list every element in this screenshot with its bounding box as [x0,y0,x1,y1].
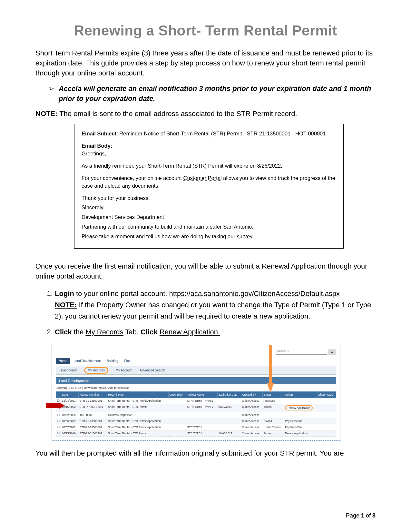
after-screenshot-paragraph: You will then be prompted with all the i… [35,448,376,458]
table-cell [284,412,317,418]
orange-arrow-icon [267,345,274,393]
table-row: ☐11/04/2021STR-21-13500001Short Term Ren… [56,398,336,404]
table-cell: STR-22-13500001 [79,424,107,430]
table-header[interactable]: Project Name [186,392,218,398]
table-cell [317,424,336,430]
table-header[interactable]: Date [61,392,78,398]
table-cell [168,424,186,430]
table-cell: Courtesy Inspection [107,412,168,418]
row-checkbox[interactable]: ☐ [57,432,60,435]
table-header[interactable]: Short Notes [317,392,336,398]
after-email-paragraph: Once you receive the first email notific… [35,261,376,281]
search-go-button[interactable]: Q [328,349,336,355]
main-nav: Home Land Development Building Fire [56,358,336,364]
table-cell: Approved [262,398,284,404]
table-header[interactable]: Record Number [79,392,107,398]
table-cell [168,404,186,412]
table-cell: STR PERMIT TYPE1 [186,404,218,412]
table-cell [218,398,241,404]
table-row: ☐08/05/2022STR-21-13500001Short Term Ren… [56,418,336,424]
table-cell: CitizenAccess [241,412,263,418]
table-cell: 08/22/2022 [61,412,78,418]
table-cell: 08/07/2022 [61,424,78,430]
note-label: NOTE: [35,110,57,118]
table-cell [168,398,186,404]
row-checkbox[interactable]: ☐ [57,413,60,417]
table-cell: CitizenAccess [241,430,263,437]
customer-portal-link[interactable]: Customer Portal [183,175,222,181]
table-header[interactable]: Action [284,392,317,398]
tab-fire[interactable]: Fire [122,358,132,364]
table-cell: ☐ [56,412,61,418]
notification-bullet: ➢ Accela will generate an email notifica… [48,84,376,104]
table-header[interactable]: Expiration Date [218,392,241,398]
table-cell [168,412,186,418]
table-cell: CitizenAccess [241,398,263,404]
page-number: Page 1 of 8 [346,512,376,519]
email-p7: Please take a moment and tell us how we … [82,233,336,241]
step-1: Login to your online portal account. htt… [55,288,376,322]
subtab-advanced-search[interactable]: Advanced Search [136,368,168,373]
table-cell: STR PERMIT TYPE1 [186,398,218,404]
table-header[interactable]: Record Type [107,392,168,398]
my-records-ref: My Records [85,328,123,336]
tab-home[interactable]: Home [56,358,70,364]
table-cell: ☐ [56,418,61,424]
section-header: Land Development [56,377,336,384]
table-row: ☐08/07/2022STR-22-13500001Short Term Ren… [56,424,336,430]
step1-note-text: If the Property Owner has changed or you… [55,301,371,320]
table-cell: STR-21-13500001 [79,398,107,404]
table-header[interactable]: Created By [241,392,263,398]
row-checkbox[interactable]: ☐ [57,399,60,402]
table-cell: Renew Application [284,430,317,437]
email-p3: Thank you for your business. [82,194,336,202]
table-cell: Active [262,430,284,437]
tab-building[interactable]: Building [104,358,121,364]
renew-application-link[interactable]: Renew Application [285,405,313,410]
table-cell: Short Term Rental - STR Permit Applicati… [107,398,168,404]
subtab-my-records[interactable]: My Records [81,368,112,373]
table-cell: Under Review [262,424,284,430]
table-cell: CitizenAccess [241,424,263,430]
row-checkbox[interactable]: ☐ [57,419,60,423]
portal-url[interactable]: https://aca.sanantonio.gov/CitizenAccess… [169,290,340,298]
table-cell: STR TYPE1 [186,424,218,430]
survey-link[interactable]: survey [237,233,252,239]
table-cell: 10/05/2022 [218,430,241,437]
table-row: ☐08/15/2022STR-PP-355-1-001Short Term Re… [56,404,336,412]
table-cell [168,430,186,437]
table-cell: TMP-0001 [79,412,107,418]
table-cell: STR-19-61500207 [79,430,107,437]
table-cell [218,418,241,424]
login-bold: Login [55,290,74,298]
renew-application-ref: Renew Application. [160,328,220,336]
records-table: DateRecord NumberRecord TypeDescriptionP… [56,391,336,437]
svg-marker-2 [267,383,274,393]
table-cell: CitizenAccess [241,418,263,424]
table-cell: Short Term Rental - STR Permit [107,430,168,437]
search-input[interactable]: Search... [276,349,327,355]
email-body-label: Email Body: [82,142,336,150]
table-cell: Closed [262,418,284,424]
table-cell: Short Term Rental - STR Permit Applicati… [107,424,168,430]
tab-land-development[interactable]: Land Development [71,358,103,364]
table-cell: STR-21-13500001 [79,418,107,424]
table-header[interactable]: Description [168,392,186,398]
email-p1: As a friendly reminder, your Short-Term … [82,162,336,170]
email-p4: Sincerely, [82,204,336,212]
table-cell [317,412,336,418]
subtab-dashboard[interactable]: Dashboard [58,368,80,373]
note-text: The email is sent to the email address a… [57,110,297,118]
table-cell [284,398,317,404]
table-header[interactable] [56,392,61,398]
table-cell: CitizenAccess [241,404,263,412]
svg-marker-0 [46,402,65,409]
email-subject-label: Email Subject [82,131,116,136]
email-p5: Development Services Department [82,213,336,221]
subtab-my-account[interactable]: My Account [113,368,136,373]
table-row: ☐06/25/2019STR-19-61500207Short Term Ren… [56,430,336,437]
steps-list: Login to your online portal account. htt… [55,288,376,338]
table-cell: STR-PP-355-1-001 [79,404,107,412]
table-cell: 08/05/2022 [61,418,78,424]
row-checkbox[interactable]: ☐ [57,426,60,429]
